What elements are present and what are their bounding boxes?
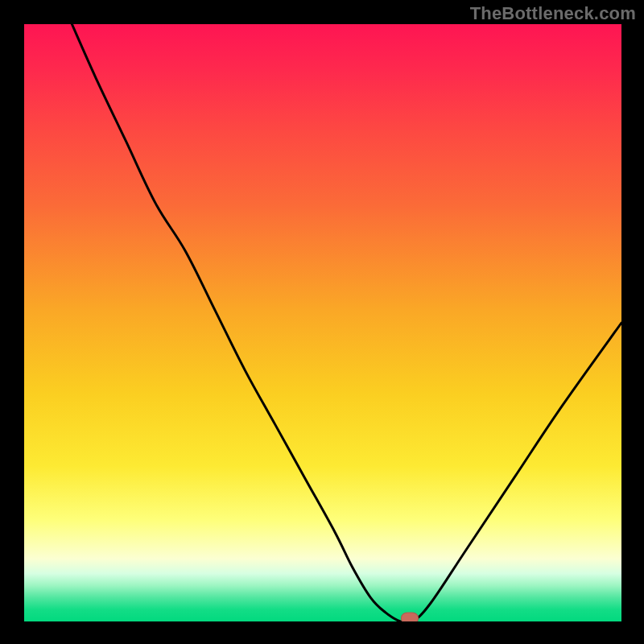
chart-frame: TheBottleneck.com [0,0,644,644]
bottleneck-curve [24,24,621,621]
attribution-watermark: TheBottleneck.com [470,3,636,24]
plot-area [24,24,621,621]
optimal-point-marker [401,613,419,621]
